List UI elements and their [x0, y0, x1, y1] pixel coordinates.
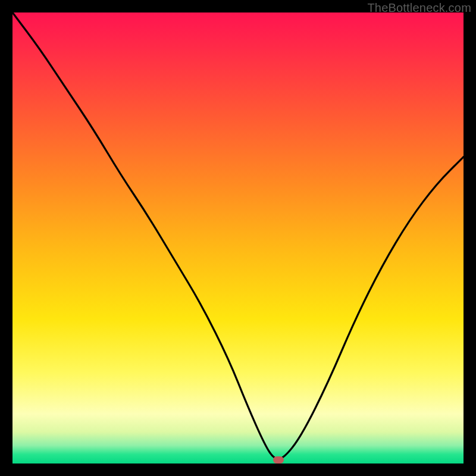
- optimal-marker: [273, 456, 284, 464]
- chart-frame: TheBottleneck.com: [0, 0, 476, 476]
- bottleneck-curve: [12, 12, 464, 464]
- plot-area: [12, 12, 464, 464]
- watermark-text: TheBottleneck.com: [367, 1, 471, 15]
